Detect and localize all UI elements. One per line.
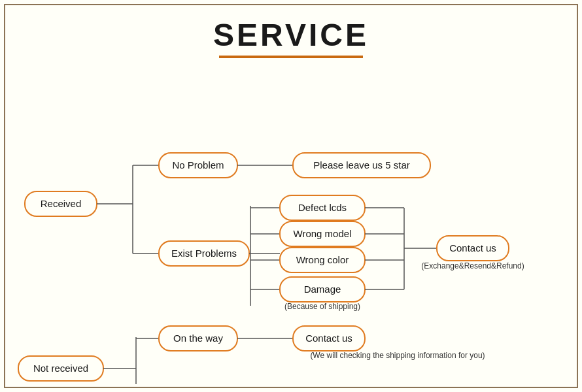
contact-us-2-label: Contact us bbox=[305, 333, 352, 344]
outer-border: SERVICE Received No Problem Please leave… bbox=[4, 4, 578, 388]
exist-problems-label: Exist Problems bbox=[171, 248, 237, 259]
wrong-color-label: Wrong color bbox=[296, 254, 349, 265]
page-title: SERVICE bbox=[5, 5, 577, 53]
please-leave-label: Please leave us 5 star bbox=[313, 159, 410, 171]
wrong-model-label: Wrong model bbox=[294, 228, 352, 239]
title-underline bbox=[219, 56, 363, 58]
contact-us-2-sub: (We will checking the shipping informati… bbox=[310, 351, 485, 360]
damage-label: Damage bbox=[304, 284, 341, 295]
service-diagram: Received No Problem Please leave us 5 st… bbox=[5, 64, 579, 384]
on-the-way-label: On the way bbox=[173, 333, 223, 344]
contact-us-1-label: Contact us bbox=[449, 242, 496, 253]
damage-sub: (Because of shipping) bbox=[284, 302, 360, 311]
not-received-label: Not received bbox=[33, 363, 88, 374]
received-label: Received bbox=[41, 198, 82, 209]
no-problem-label: No Problem bbox=[172, 159, 224, 171]
contact-us-1-sub: (Exchange&Resend&Refund) bbox=[421, 261, 524, 270]
defect-lcds-label: Defect lcds bbox=[298, 202, 347, 213]
